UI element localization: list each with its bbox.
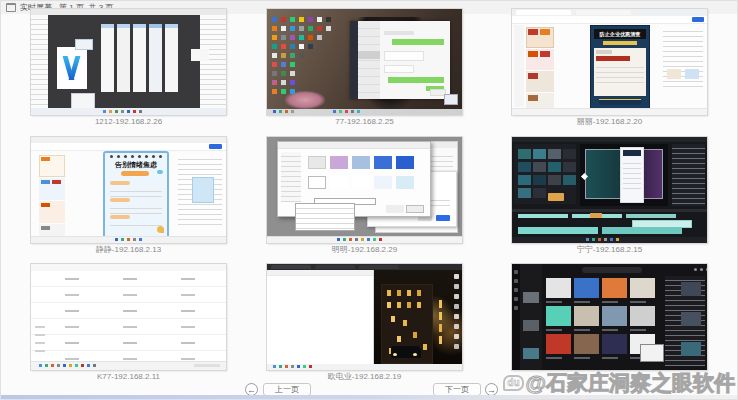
screen-cell-3[interactable]: 防止企业优惠清查 丽丽-192.168.2.20: [512, 9, 707, 127]
template-grid-captions: [546, 301, 562, 303]
template-icons-row: [308, 176, 326, 189]
editor-menu-bar: [512, 137, 707, 142]
pink-object: [285, 91, 325, 109]
taskbar-icons: [337, 238, 340, 241]
logo-card: [57, 47, 87, 89]
screen-thumbnail-9[interactable]: [512, 264, 707, 370]
poster-body: [594, 48, 646, 96]
taskbar: [512, 237, 707, 243]
screen-thumbnail-3[interactable]: 防止企业优惠清查: [512, 9, 707, 115]
screen-caption-1: 1212-192.168.2.26: [31, 117, 226, 127]
chat-selected-contact: [358, 51, 380, 59]
timeline-main-track: [518, 227, 598, 234]
chat-nav-rail: [350, 21, 358, 99]
screen-cell-2[interactable]: 77-192.168.2.25: [267, 9, 462, 127]
table-cell-dashes: [65, 278, 79, 280]
chat-bubble-green: [388, 77, 444, 83]
taskbar-icons: [586, 238, 589, 241]
taskbar: [267, 236, 462, 243]
screen-caption-7: K77-192.168.2.11: [31, 372, 226, 382]
taskbar: [267, 364, 462, 370]
screen-caption-9: [512, 372, 707, 382]
car-headlights: [393, 353, 397, 356]
template-icons-row: [308, 156, 326, 169]
poster-tabs: [596, 50, 612, 54]
screen-thumbnail-5[interactable]: [267, 137, 462, 243]
window-lights: [387, 290, 391, 296]
phone-screenshot-overlay: [620, 147, 644, 203]
chat-window: [350, 21, 450, 99]
small-window: [75, 39, 93, 50]
screen-thumbnail-2[interactable]: [267, 9, 462, 115]
screen-caption-8: 欧电业-192.168.2.19: [267, 372, 462, 382]
status-bar: [512, 108, 707, 115]
screen-caption-3: 丽丽-192.168.2.20: [512, 117, 707, 127]
screen-thumbnail-8[interactable]: [267, 264, 462, 370]
screen-thumbnail-4[interactable]: 告别情绪焦虑: [31, 137, 226, 243]
screen-cell-6[interactable]: 宁宁-192.168.2.15: [512, 137, 707, 255]
media-thumbnails-grid: [518, 149, 531, 159]
timeline-clip-row: [518, 214, 568, 218]
chat-bubble-left: [384, 31, 414, 35]
template-thumbnail-accents: [528, 29, 538, 35]
secondary-rail: [520, 264, 542, 370]
preview-panel: [580, 144, 668, 206]
panel-preview-swatch: [192, 177, 214, 203]
tool-rail: [514, 25, 524, 107]
screen-cell-1[interactable]: 1212-192.168.2.26: [31, 9, 226, 127]
screen-cell-4[interactable]: 告别情绪焦虑 静静-192.168.2.13: [31, 137, 226, 255]
night-street-wallpaper: [373, 270, 462, 364]
taskbar-clock: [194, 364, 220, 367]
poster-red-heading: [596, 56, 630, 61]
lantern-string: [439, 300, 442, 308]
phone-header: [623, 150, 641, 156]
white-window: [267, 270, 374, 364]
desktop-icons-column: [454, 274, 459, 279]
poster-text-lines: [110, 204, 162, 214]
tall-card-strips: [101, 24, 114, 92]
phone-content-lines: [623, 159, 641, 189]
taskbar: [31, 108, 226, 115]
poster-accent: [157, 170, 163, 174]
taskbar-icons: [273, 365, 276, 368]
popup-window: [640, 344, 664, 362]
rail-icons: [514, 270, 518, 274]
screen-thumbnail-7[interactable]: [31, 264, 226, 370]
poster-text-lines: [110, 221, 162, 230]
primary-button: [692, 17, 704, 22]
template-thumbnail-accents: [41, 157, 50, 161]
car-silhouette: [391, 346, 421, 358]
screen-cell-9[interactable]: [512, 264, 707, 382]
screen-cell-5[interactable]: 明明-192.168.2.29: [267, 137, 462, 255]
taskbar-icons: [39, 364, 42, 367]
taskbar-icons: [115, 238, 118, 241]
desktop-icons-grid: [272, 17, 277, 22]
window-header: [267, 270, 373, 276]
poster-text-lines: [596, 63, 644, 83]
window-icon: [6, 3, 16, 12]
timeline-ruler: [512, 209, 707, 212]
spiral-binding-dots: [110, 155, 113, 158]
screen-cell-8[interactable]: 欧电业-192.168.2.19: [267, 264, 462, 382]
poster-canvas: 告别情绪焦虑: [103, 151, 169, 239]
properties-panel: [672, 144, 705, 206]
dialog-title-bar: [278, 142, 430, 149]
app-rail: [512, 264, 520, 370]
template-grid-thumbnails: [546, 278, 571, 298]
screen-thumbnail-1[interactable]: [31, 9, 226, 115]
small-window: [191, 49, 209, 61]
poster-section-headers: [110, 181, 130, 185]
poster-title: 告别情绪焦虑: [105, 161, 167, 168]
taskbar-icons: [273, 110, 276, 113]
chat-panel-thumbs: [681, 282, 701, 296]
taskbar: [31, 236, 226, 243]
realtime-screens-window: 实时屏幕 - 第 1 页, 共 3 页 1212-192.168.2.26: [0, 0, 738, 400]
search-bar: [582, 267, 642, 273]
screen-thumbnail-6[interactable]: [512, 137, 707, 243]
row-numbers: [35, 326, 45, 328]
media-thumbnail-orange: [548, 193, 564, 201]
dropdown-open-list: [295, 203, 355, 231]
timeline-text-clip: [632, 220, 692, 228]
chat-contact-list: [358, 21, 380, 99]
screen-cell-7[interactable]: K77-192.168.2.11: [31, 264, 226, 382]
